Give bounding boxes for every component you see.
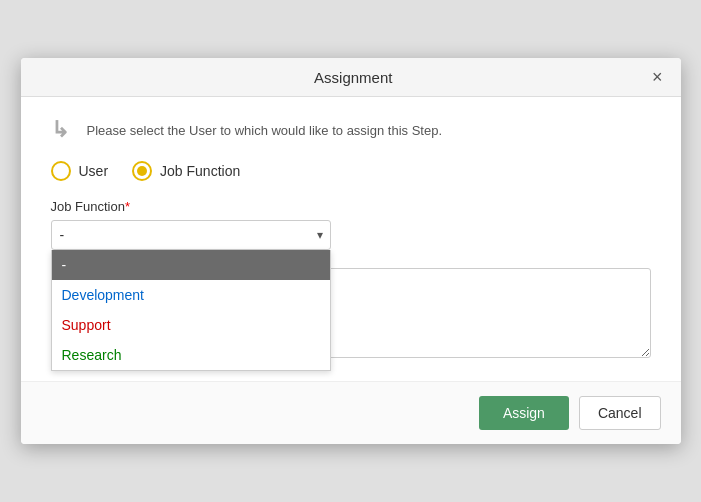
modal-header: Assignment × — [21, 58, 681, 97]
close-button[interactable]: × — [650, 68, 665, 86]
arrow-icon: ↳ — [51, 117, 69, 143]
dropdown-item-dash[interactable]: - — [52, 250, 330, 280]
job-function-label: Job Function* — [51, 199, 651, 214]
info-row: ↳ Please select the User to which would … — [51, 117, 651, 143]
select-wrapper: - Development Support Research ▾ - Devel… — [51, 220, 331, 250]
modal-body: ↳ Please select the User to which would … — [21, 97, 681, 381]
job-function-group: Job Function* - Development Support Rese… — [51, 199, 651, 250]
dropdown-item-research[interactable]: Research — [52, 340, 330, 370]
modal-footer: Assign Cancel — [21, 381, 681, 444]
assignment-modal: Assignment × ↳ Please select the User to… — [21, 58, 681, 444]
dropdown-item-support[interactable]: Support — [52, 310, 330, 340]
dropdown-list: - Development Support Research — [51, 250, 331, 371]
job-function-select[interactable]: - Development Support Research — [51, 220, 331, 250]
radio-user[interactable]: User — [51, 161, 109, 181]
radio-job-function-circle[interactable] — [132, 161, 152, 181]
radio-group: User Job Function — [51, 161, 651, 181]
info-text: Please select the User to which would li… — [87, 123, 443, 138]
radio-job-function-label: Job Function — [160, 163, 240, 179]
radio-job-function[interactable]: Job Function — [132, 161, 240, 181]
assign-button[interactable]: Assign — [479, 396, 569, 430]
dropdown-item-development[interactable]: Development — [52, 280, 330, 310]
radio-user-circle[interactable] — [51, 161, 71, 181]
modal-title: Assignment — [57, 69, 650, 86]
cancel-button[interactable]: Cancel — [579, 396, 661, 430]
radio-user-label: User — [79, 163, 109, 179]
